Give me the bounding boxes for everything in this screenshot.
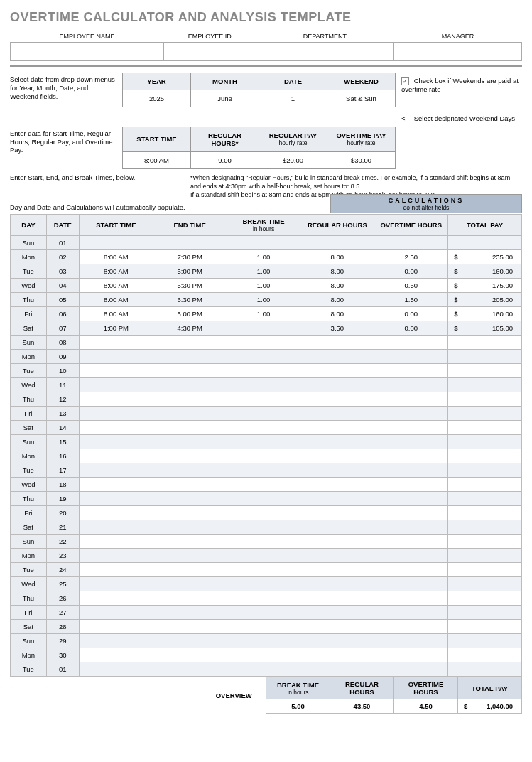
cell-end[interactable] [153,591,227,606]
cell-end[interactable]: 6:30 PM [153,293,227,307]
cell-start[interactable] [79,350,153,364]
cell-break[interactable] [227,634,300,648]
cell-end[interactable] [153,478,227,492]
cell-break[interactable] [227,421,300,435]
cell-break[interactable] [227,591,300,606]
cell-break[interactable] [227,478,300,492]
cell-end[interactable]: 5:30 PM [153,279,227,293]
cell-break[interactable] [227,662,300,677]
ot-pay-input[interactable]: $30.00 [327,151,396,168]
cell-break[interactable] [227,535,300,549]
cell-start[interactable] [79,492,153,506]
cell-start[interactable] [79,535,153,549]
cell-end[interactable]: 4:30 PM [153,321,227,336]
cell-break[interactable] [227,606,300,620]
cell-end[interactable] [153,563,227,577]
cell-start[interactable] [79,648,153,662]
weekend-ot-checkbox[interactable]: ✓ [401,77,409,85]
cell-start[interactable] [79,478,153,492]
cell-start[interactable] [79,449,153,463]
date-dropdown[interactable]: 1 [259,90,327,107]
emp-id-input[interactable] [164,43,256,61]
cell-break[interactable] [227,350,300,364]
cell-break[interactable] [227,336,300,350]
cell-end[interactable] [153,449,227,463]
cell-start[interactable] [79,463,153,478]
cell-end[interactable] [153,506,227,520]
cell-end[interactable] [153,407,227,421]
cell-break[interactable]: 1.00 [227,250,300,264]
cell-end[interactable] [153,549,227,563]
cell-break[interactable] [227,463,300,478]
emp-mgr-input[interactable] [393,43,521,61]
cell-start[interactable] [79,236,153,250]
reg-pay-input[interactable]: $20.00 [259,151,327,168]
cell-start[interactable] [79,591,153,606]
cell-break[interactable] [227,506,300,520]
cell-start[interactable] [79,364,153,378]
cell-break[interactable] [227,563,300,577]
cell-end[interactable] [153,620,227,634]
cell-start[interactable] [79,549,153,563]
year-dropdown[interactable]: 2025 [123,90,191,107]
cell-start[interactable]: 8:00 AM [79,264,153,279]
cell-break[interactable] [227,648,300,662]
cell-end[interactable] [153,648,227,662]
cell-end[interactable] [153,463,227,478]
cell-break[interactable] [227,392,300,407]
cell-start[interactable] [79,407,153,421]
cell-end[interactable]: 5:00 PM [153,307,227,321]
cell-start[interactable] [79,662,153,677]
cell-start[interactable] [79,563,153,577]
cell-start[interactable] [79,506,153,520]
cell-break[interactable]: 1.00 [227,307,300,321]
cell-break[interactable]: 1.00 [227,264,300,279]
cell-break[interactable] [227,236,300,250]
weekend-dropdown[interactable]: Sat & Sun [327,90,396,107]
cell-end[interactable]: 7:30 PM [153,250,227,264]
cell-start[interactable] [79,520,153,535]
cell-break[interactable] [227,549,300,563]
cell-start[interactable]: 8:00 AM [79,279,153,293]
cell-end[interactable] [153,634,227,648]
cell-start[interactable] [79,336,153,350]
cell-break[interactable] [227,492,300,506]
cell-end[interactable] [153,492,227,506]
reg-hours-input[interactable]: 9.00 [191,151,259,168]
cell-break[interactable] [227,449,300,463]
cell-start[interactable]: 8:00 AM [79,307,153,321]
cell-end[interactable] [153,577,227,591]
cell-start[interactable] [79,392,153,407]
cell-break[interactable] [227,364,300,378]
cell-start[interactable]: 1:00 PM [79,321,153,336]
emp-dept-input[interactable] [256,43,393,61]
cell-break[interactable] [227,577,300,591]
cell-break[interactable] [227,435,300,449]
cell-end[interactable] [153,236,227,250]
cell-end[interactable] [153,421,227,435]
cell-break[interactable] [227,321,300,336]
start-time-input[interactable]: 8:00 AM [123,151,191,168]
cell-end[interactable] [153,520,227,535]
cell-end[interactable] [153,535,227,549]
cell-start[interactable] [79,577,153,591]
cell-start[interactable] [79,421,153,435]
cell-break[interactable]: 1.00 [227,293,300,307]
cell-start[interactable]: 8:00 AM [79,293,153,307]
cell-end[interactable] [153,662,227,677]
cell-end[interactable] [153,336,227,350]
cell-end[interactable] [153,350,227,364]
emp-name-input[interactable] [11,43,164,61]
cell-break[interactable] [227,407,300,421]
cell-start[interactable] [79,606,153,620]
cell-start[interactable]: 8:00 AM [79,250,153,264]
cell-end[interactable] [153,392,227,407]
cell-break[interactable] [227,620,300,634]
cell-break[interactable] [227,520,300,535]
cell-end[interactable] [153,606,227,620]
cell-break[interactable]: 1.00 [227,279,300,293]
cell-start[interactable] [79,378,153,392]
month-dropdown[interactable]: June [191,90,259,107]
cell-start[interactable] [79,620,153,634]
cell-end[interactable] [153,378,227,392]
